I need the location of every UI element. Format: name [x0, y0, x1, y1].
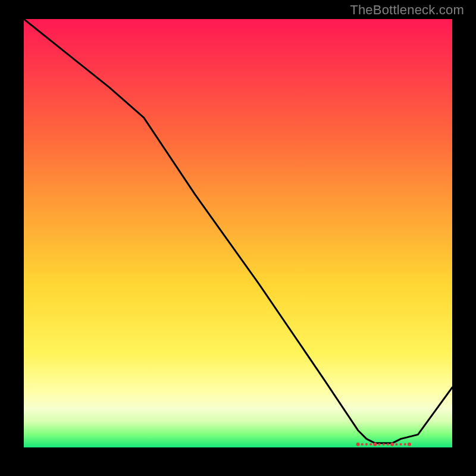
marker-dot	[361, 443, 364, 446]
marker-dot	[369, 443, 372, 446]
marker-dot	[404, 443, 406, 446]
marker-dot	[373, 443, 377, 446]
marker-dot	[408, 443, 411, 446]
marker-dot	[378, 443, 381, 446]
plot-area	[24, 19, 452, 447]
marker-dot	[395, 443, 397, 446]
marker-dot	[400, 443, 402, 446]
chart-frame: TheBottleneck.com	[0, 0, 476, 476]
marker-dot	[383, 443, 385, 446]
marker-dot	[390, 443, 394, 446]
marker-dot	[387, 443, 389, 446]
chart-line	[24, 19, 452, 443]
watermark-text: TheBottleneck.com	[350, 2, 464, 18]
line-chart-svg	[24, 19, 452, 447]
marker-dot	[356, 443, 360, 446]
marker-dot	[365, 443, 368, 446]
